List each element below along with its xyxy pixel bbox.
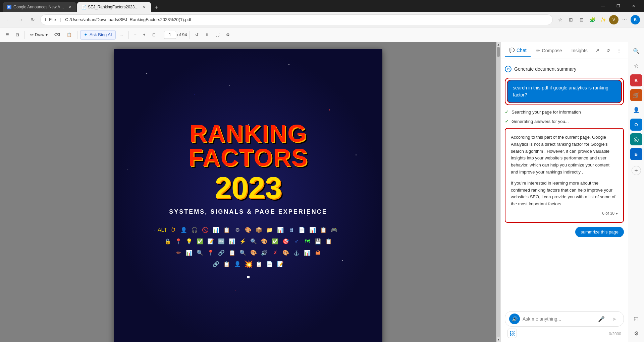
tab-close-1[interactable]: ✕ xyxy=(67,4,72,10)
icons-row-3: ✏ 📊 🔍 📍 🔗 📋 🔍 🎨 🔊 ✗ 🎨 ⚓ 📊 🏔 xyxy=(121,248,376,258)
ask-bing-button[interactable]: ✦ Ask Bing AI xyxy=(80,30,115,40)
user-message: search in this pdf if google analytics i… xyxy=(507,80,622,103)
extensions-button[interactable]: 🧩 xyxy=(588,15,597,24)
generate-icon: ↺ xyxy=(505,66,512,72)
fit-page-button[interactable]: ⊡ xyxy=(150,30,158,40)
insights-tab-label: Insights xyxy=(572,48,588,53)
year-text: 2023 xyxy=(121,173,376,203)
icon-board: 📋 xyxy=(227,248,237,258)
pdf-settings-button[interactable]: ⚙ xyxy=(223,30,232,40)
generate-summary-button[interactable]: ↺ Generate document summary xyxy=(505,64,624,74)
zoom-out-button[interactable]: − xyxy=(131,30,139,40)
refresh-button[interactable]: ↻ xyxy=(28,15,38,24)
sidebar-resize-button[interactable]: ◱ xyxy=(630,313,642,325)
check-icon-1: ✓ xyxy=(505,109,509,115)
touch-tool-button[interactable]: ☰ xyxy=(3,30,12,40)
toolbar-separator-3 xyxy=(128,31,129,39)
refresh-chat-button[interactable]: ↺ xyxy=(604,46,613,55)
icon-bar: 📊 xyxy=(227,237,237,246)
send-button[interactable]: ➤ xyxy=(609,314,620,324)
panel-header: 💬 Chat ✏ Compose Insights ↗ ↺ ⋮ ✕ xyxy=(501,42,628,59)
status-item-2: ✓ Generating answers for you... xyxy=(505,119,624,124)
select-tool-button[interactable]: ⊡ xyxy=(13,30,22,40)
chat-tab[interactable]: 💬 Chat xyxy=(505,45,531,57)
close-button[interactable]: ✕ xyxy=(626,0,641,12)
compose-tab[interactable]: ✏ Compose xyxy=(532,45,566,57)
chat-area[interactable]: ↺ Generate document summary search in th… xyxy=(501,59,628,307)
favorites-button[interactable]: ☆ xyxy=(555,15,565,24)
response-arrow: ▸ xyxy=(616,210,618,217)
pdf-viewer[interactable]: RANKING FACTORS 2023 SYSTEMS, SIGNALS & … xyxy=(0,42,496,342)
split-view-button[interactable]: ⊡ xyxy=(577,15,586,24)
icon-male: ♂ xyxy=(292,237,301,246)
sidebar-edge-ai-button[interactable]: ◎ xyxy=(630,133,642,145)
profile-button[interactable]: V xyxy=(609,15,619,24)
sidebar-settings-button[interactable]: ⚙ xyxy=(630,327,642,339)
icon-brush: 🎨 xyxy=(249,248,258,258)
sticky-note-button[interactable]: 📋 xyxy=(64,30,74,40)
bing-button[interactable]: B xyxy=(631,15,640,24)
scrollbar-thumb[interactable] xyxy=(497,47,500,57)
icons-row-2: 🔒 📍 💡 ✅ 📝 🔤 📊 ⚡ 🔍 🎨 ✅ 🎯 ♂ 🗺 💾 📋 xyxy=(121,237,376,246)
icon-x: ✗ xyxy=(270,248,280,258)
summarize-button[interactable]: summrize this page xyxy=(575,227,624,237)
bing-sparkle-icon: ✦ xyxy=(84,32,88,37)
scrollbar-up-button[interactable]: ▲ xyxy=(497,43,500,46)
icon-table: 📊 xyxy=(308,225,317,235)
chat-tab-label: Chat xyxy=(517,48,527,53)
export-button[interactable]: ⬆ xyxy=(203,30,211,40)
icon-doc: 📄 xyxy=(297,225,307,235)
collections-button[interactable]: ⊞ xyxy=(566,15,576,24)
browser-chrome: G Google Announces New AI Featu... ✕ 📄 S… xyxy=(0,0,644,12)
icon-chart: 📊 xyxy=(211,225,221,235)
check-icon-2: ✓ xyxy=(505,119,509,124)
icon-check: ✅ xyxy=(195,237,205,246)
tab-close-2[interactable]: ✕ xyxy=(142,4,147,10)
page-number-input[interactable] xyxy=(164,31,176,39)
sidebar-office-button[interactable]: O xyxy=(630,119,642,131)
rotate-button[interactable]: ↺ xyxy=(193,30,201,40)
scrollbar-down-button[interactable]: ▼ xyxy=(497,338,500,341)
icon-palette: 🎨 xyxy=(260,237,269,246)
minimize-button[interactable]: — xyxy=(595,0,610,12)
full-screen-button[interactable]: ⛶ xyxy=(213,30,222,40)
icon-pin: 📍 xyxy=(174,237,183,246)
sidebar-shopping-button[interactable]: 🛒 xyxy=(630,89,642,101)
back-button[interactable]: ← xyxy=(4,15,13,24)
sidebar-search-button[interactable]: 🔍 xyxy=(630,45,642,57)
sidebar-add-button[interactable]: + xyxy=(632,166,641,175)
icon-pencil: ✏ xyxy=(174,248,183,258)
draw-tool-button[interactable]: ✏ Draw ▾ xyxy=(28,30,50,40)
copilot-button[interactable]: ✨ xyxy=(598,15,608,24)
eraser-tool-button[interactable]: ⌫ xyxy=(52,30,63,40)
more-tools-button[interactable]: ... xyxy=(117,30,126,40)
address-bar[interactable]: ℹ File | C:/Users/vahan/Downloads/SEJ_Ra… xyxy=(40,14,553,25)
pdf-content: RANKING FACTORS 2023 SYSTEMS, SIGNALS & … xyxy=(121,121,376,278)
sidebar-bing2-button[interactable]: B xyxy=(630,148,642,160)
insights-tab[interactable]: Insights xyxy=(568,45,592,57)
sidebar-bing-button[interactable]: B xyxy=(630,74,642,86)
subtitle-text: SYSTEMS, SIGNALS & PAGE EXPERIENCE xyxy=(121,208,376,215)
tab-title-1: Google Announces New AI Featu... xyxy=(13,5,65,9)
image-upload-button[interactable]: 🖼 xyxy=(507,329,517,338)
open-in-sidebar-button[interactable]: ↗ xyxy=(593,46,602,55)
sidebar-favorites-button[interactable]: ☆ xyxy=(630,60,642,72)
zoom-in-button[interactable]: + xyxy=(141,30,148,40)
mic-button[interactable]: 🎤 xyxy=(597,314,606,324)
chat-input[interactable] xyxy=(523,316,594,322)
sidebar-profile-button[interactable]: 👤 xyxy=(630,104,642,116)
status-text-2: Generating answers for you... xyxy=(512,119,569,124)
tab-active[interactable]: 📄 SEJ_RankingFactors2023 (1).pdf ✕ xyxy=(77,2,151,12)
more-options-button[interactable]: ⋮ xyxy=(614,46,624,55)
forward-button[interactable]: → xyxy=(16,15,25,24)
icon-clock: ⏱ xyxy=(168,225,178,235)
tab-inactive[interactable]: G Google Announces New AI Featu... ✕ xyxy=(3,2,76,12)
icon-no: 🚫 xyxy=(201,225,210,235)
settings-more-button[interactable]: ⋯ xyxy=(620,15,629,24)
new-tab-button[interactable]: + xyxy=(152,3,161,12)
restore-button[interactable]: ❐ xyxy=(610,0,626,12)
scrollbar-track[interactable] xyxy=(497,47,500,337)
icon-gear: ⚙ xyxy=(233,225,242,235)
pdf-scrollbar[interactable]: ▲ ▼ xyxy=(496,42,500,342)
icon-stats: 📊 xyxy=(184,248,194,258)
